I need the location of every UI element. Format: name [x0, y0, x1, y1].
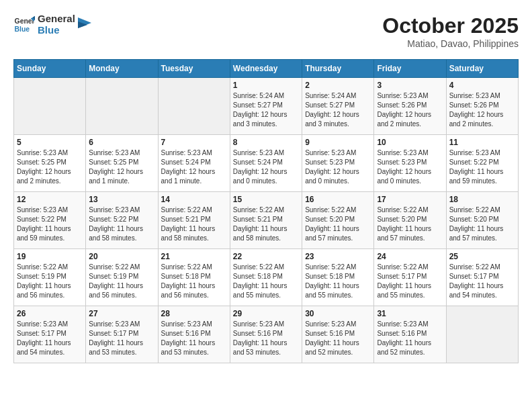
- day-number: 27: [89, 309, 154, 318]
- day-info: Sunrise: 5:23 AM Sunset: 5:22 PM Dayligh…: [449, 148, 515, 186]
- day-info: Sunrise: 5:22 AM Sunset: 5:19 PM Dayligh…: [89, 263, 154, 300]
- day-info: Sunrise: 5:23 AM Sunset: 5:26 PM Dayligh…: [449, 91, 515, 129]
- day-info: Sunrise: 5:23 AM Sunset: 5:16 PM Dayligh…: [161, 320, 227, 357]
- day-info: Sunrise: 5:23 AM Sunset: 5:23 PM Dayligh…: [377, 148, 443, 186]
- calendar-cell: 29Sunrise: 5:23 AM Sunset: 5:16 PM Dayli…: [230, 306, 302, 363]
- day-number: 16: [305, 195, 371, 204]
- svg-text:Blue: Blue: [15, 25, 30, 32]
- day-number: 13: [89, 195, 154, 204]
- day-number: 9: [305, 138, 371, 147]
- calendar-cell: 2Sunrise: 5:24 AM Sunset: 5:27 PM Daylig…: [302, 78, 374, 135]
- day-info: Sunrise: 5:23 AM Sunset: 5:22 PM Dayligh…: [89, 205, 154, 243]
- calendar-cell: 4Sunrise: 5:23 AM Sunset: 5:26 PM Daylig…: [446, 78, 518, 135]
- calendar-cell: 24Sunrise: 5:22 AM Sunset: 5:17 PM Dayli…: [374, 249, 446, 306]
- day-info: Sunrise: 5:24 AM Sunset: 5:27 PM Dayligh…: [233, 91, 299, 129]
- day-info: Sunrise: 5:22 AM Sunset: 5:21 PM Dayligh…: [161, 205, 227, 243]
- calendar-cell: 21Sunrise: 5:22 AM Sunset: 5:18 PM Dayli…: [158, 249, 230, 306]
- calendar-week-row: 5Sunrise: 5:23 AM Sunset: 5:25 PM Daylig…: [14, 135, 519, 192]
- day-number: 12: [17, 195, 83, 204]
- calendar-cell: 7Sunrise: 5:23 AM Sunset: 5:24 PM Daylig…: [158, 135, 230, 192]
- day-info: Sunrise: 5:23 AM Sunset: 5:17 PM Dayligh…: [89, 320, 154, 357]
- day-number: 1: [233, 81, 299, 90]
- day-number: 6: [89, 138, 154, 147]
- day-number: 18: [449, 195, 515, 204]
- location: Matiao, Davao, Philippines: [382, 38, 519, 49]
- day-info: Sunrise: 5:22 AM Sunset: 5:17 PM Dayligh…: [377, 263, 443, 300]
- day-number: 28: [161, 309, 227, 318]
- calendar-cell: 27Sunrise: 5:23 AM Sunset: 5:17 PM Dayli…: [86, 306, 158, 363]
- day-number: 8: [233, 138, 299, 147]
- day-number: 11: [449, 138, 515, 147]
- logo-arrow-icon: [78, 17, 91, 32]
- day-info: Sunrise: 5:22 AM Sunset: 5:21 PM Dayligh…: [233, 205, 299, 243]
- day-info: Sunrise: 5:23 AM Sunset: 5:22 PM Dayligh…: [17, 205, 83, 243]
- day-number: 21: [161, 252, 227, 261]
- weekday-header: Wednesday: [230, 60, 302, 78]
- title-block: October 2025 Matiao, Davao, Philippines: [382, 13, 519, 49]
- calendar-cell: 25Sunrise: 5:22 AM Sunset: 5:17 PM Dayli…: [446, 249, 518, 306]
- day-info: Sunrise: 5:22 AM Sunset: 5:20 PM Dayligh…: [377, 205, 443, 243]
- day-number: 7: [161, 138, 227, 147]
- day-number: 24: [377, 252, 443, 261]
- weekday-header: Monday: [86, 60, 158, 78]
- day-number: 4: [449, 81, 515, 90]
- calendar-cell: 10Sunrise: 5:23 AM Sunset: 5:23 PM Dayli…: [374, 135, 446, 192]
- logo-icon: General Blue: [13, 14, 35, 36]
- day-info: Sunrise: 5:23 AM Sunset: 5:16 PM Dayligh…: [305, 320, 371, 357]
- day-number: 31: [377, 309, 443, 318]
- calendar-cell: 11Sunrise: 5:23 AM Sunset: 5:22 PM Dayli…: [446, 135, 518, 192]
- calendar-cell: 16Sunrise: 5:22 AM Sunset: 5:20 PM Dayli…: [302, 192, 374, 249]
- day-number: 23: [305, 252, 371, 261]
- calendar-cell: 6Sunrise: 5:23 AM Sunset: 5:25 PM Daylig…: [86, 135, 158, 192]
- day-number: 17: [377, 195, 443, 204]
- day-info: Sunrise: 5:22 AM Sunset: 5:18 PM Dayligh…: [161, 263, 227, 300]
- day-number: 10: [377, 138, 443, 147]
- weekday-header: Friday: [374, 60, 446, 78]
- day-number: 3: [377, 81, 443, 90]
- calendar-cell: 19Sunrise: 5:22 AM Sunset: 5:19 PM Dayli…: [14, 249, 86, 306]
- calendar-cell: 13Sunrise: 5:23 AM Sunset: 5:22 PM Dayli…: [86, 192, 158, 249]
- calendar-cell: 18Sunrise: 5:22 AM Sunset: 5:20 PM Dayli…: [446, 192, 518, 249]
- calendar-cell: 14Sunrise: 5:22 AM Sunset: 5:21 PM Dayli…: [158, 192, 230, 249]
- logo: General Blue General Blue: [13, 13, 91, 36]
- calendar-cell: 17Sunrise: 5:22 AM Sunset: 5:20 PM Dayli…: [374, 192, 446, 249]
- day-number: 14: [161, 195, 227, 204]
- weekday-header: Saturday: [446, 60, 518, 78]
- calendar-cell: 26Sunrise: 5:23 AM Sunset: 5:17 PM Dayli…: [14, 306, 86, 363]
- calendar-cell: 20Sunrise: 5:22 AM Sunset: 5:19 PM Dayli…: [86, 249, 158, 306]
- logo-line1: General: [38, 13, 75, 25]
- day-info: Sunrise: 5:22 AM Sunset: 5:20 PM Dayligh…: [305, 205, 371, 243]
- calendar-cell: 1Sunrise: 5:24 AM Sunset: 5:27 PM Daylig…: [230, 78, 302, 135]
- weekday-header: Tuesday: [158, 60, 230, 78]
- day-number: 5: [17, 138, 83, 147]
- logo-line2: Blue: [38, 25, 75, 36]
- day-number: 2: [305, 81, 371, 90]
- calendar-cell: [86, 78, 158, 135]
- day-number: 20: [89, 252, 154, 261]
- calendar-cell: 3Sunrise: 5:23 AM Sunset: 5:26 PM Daylig…: [374, 78, 446, 135]
- calendar-cell: 23Sunrise: 5:22 AM Sunset: 5:18 PM Dayli…: [302, 249, 374, 306]
- day-info: Sunrise: 5:23 AM Sunset: 5:24 PM Dayligh…: [161, 148, 227, 186]
- calendar-cell: [14, 78, 86, 135]
- day-info: Sunrise: 5:22 AM Sunset: 5:17 PM Dayligh…: [449, 263, 515, 300]
- day-info: Sunrise: 5:22 AM Sunset: 5:18 PM Dayligh…: [233, 263, 299, 300]
- day-info: Sunrise: 5:22 AM Sunset: 5:19 PM Dayligh…: [17, 263, 83, 300]
- weekday-header-row: SundayMondayTuesdayWednesdayThursdayFrid…: [14, 60, 519, 78]
- calendar-week-row: 26Sunrise: 5:23 AM Sunset: 5:17 PM Dayli…: [14, 306, 519, 363]
- calendar-cell: [158, 78, 230, 135]
- weekday-header: Thursday: [302, 60, 374, 78]
- day-number: 15: [233, 195, 299, 204]
- day-number: 22: [233, 252, 299, 261]
- day-info: Sunrise: 5:23 AM Sunset: 5:26 PM Dayligh…: [377, 91, 443, 129]
- day-number: 29: [233, 309, 299, 318]
- calendar-cell: 15Sunrise: 5:22 AM Sunset: 5:21 PM Dayli…: [230, 192, 302, 249]
- day-info: Sunrise: 5:22 AM Sunset: 5:18 PM Dayligh…: [305, 263, 371, 300]
- day-info: Sunrise: 5:23 AM Sunset: 5:23 PM Dayligh…: [305, 148, 371, 186]
- day-number: 25: [449, 252, 515, 261]
- calendar-week-row: 19Sunrise: 5:22 AM Sunset: 5:19 PM Dayli…: [14, 249, 519, 306]
- day-info: Sunrise: 5:24 AM Sunset: 5:27 PM Dayligh…: [305, 91, 371, 129]
- day-info: Sunrise: 5:23 AM Sunset: 5:24 PM Dayligh…: [233, 148, 299, 186]
- day-info: Sunrise: 5:23 AM Sunset: 5:25 PM Dayligh…: [17, 148, 83, 186]
- calendar-cell: 28Sunrise: 5:23 AM Sunset: 5:16 PM Dayli…: [158, 306, 230, 363]
- page-header: General Blue General Blue October 2025 M…: [13, 13, 519, 49]
